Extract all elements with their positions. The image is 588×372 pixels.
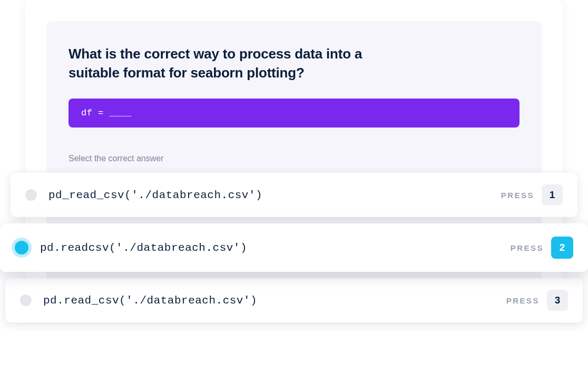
press-label: PRESS [511,243,544,252]
radio-selected-icon [15,241,28,254]
answer-code: pd.readcsv('./databreach.csv') [40,242,511,254]
answer-option-2[interactable]: pd.readcsv('./databreach.csv') PRESS 2 [0,223,588,272]
answer-option-3[interactable]: pd.read_csv('./databreach.csv') PRESS 3 [5,278,583,322]
keyboard-hint: PRESS 1 [501,184,563,205]
question-title: What is the correct way to process data … [68,44,395,83]
keyboard-hint: PRESS 2 [511,237,573,259]
press-key-badge: 3 [547,290,568,311]
press-label: PRESS [506,296,540,305]
answer-code: pd.read_csv('./databreach.csv') [43,295,506,307]
answer-options: pd_read_csv('./databreach.csv') PRESS 1 … [0,173,588,322]
press-key-badge: 1 [542,184,563,205]
code-prompt: df = ____ [68,99,520,128]
radio-unselected-icon [25,189,37,201]
press-label: PRESS [501,191,534,200]
answer-code: pd_read_csv('./databreach.csv') [48,189,501,201]
instruction-text: Select the correct answer [68,154,520,163]
press-key-badge: 2 [551,237,573,259]
answer-option-1[interactable]: pd_read_csv('./databreach.csv') PRESS 1 [11,173,577,217]
keyboard-hint: PRESS 3 [506,290,568,311]
radio-unselected-icon [20,295,32,306]
